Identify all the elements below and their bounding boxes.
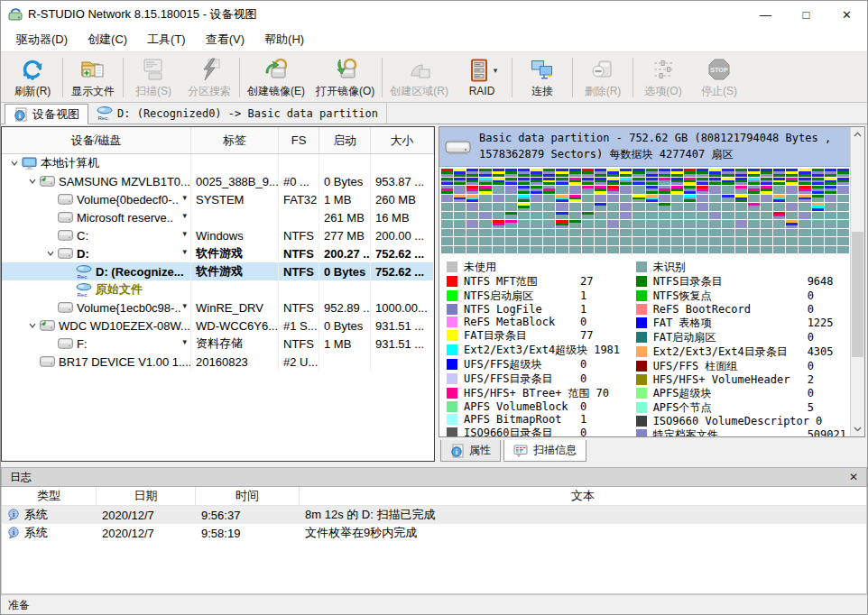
chevron-down-icon[interactable] xyxy=(43,249,58,258)
chevron-down-icon[interactable] xyxy=(7,159,22,168)
connect-button[interactable]: 连接 xyxy=(514,54,570,101)
scrollbar-up-icon[interactable] xyxy=(851,127,864,142)
map-block xyxy=(799,203,810,211)
tree-column-header-2[interactable]: FS xyxy=(279,127,319,153)
tab-scan-info[interactable]: 扫描信息 xyxy=(503,440,586,462)
map-block xyxy=(773,195,785,203)
tree-cell-start: 0 Bytes xyxy=(319,262,371,280)
tree-item-label: Volume{1ecb0c98-.. xyxy=(77,301,181,315)
log-column-label: 日期 xyxy=(134,488,158,504)
tree-column-header-3[interactable]: 启动 xyxy=(319,127,371,153)
chevron-down-icon[interactable] xyxy=(25,321,40,330)
scrollbar-track[interactable] xyxy=(851,142,864,422)
volume-dropdown-icon[interactable]: ▾ xyxy=(182,230,187,238)
tree-cell-text: 1000.00... xyxy=(375,301,428,315)
log-row[interactable]: i系统2020/12/79:58:19文件枚举在9秒内完成 xyxy=(2,524,866,542)
tree-column-header-4[interactable]: 大小 xyxy=(371,127,434,153)
log-close-button[interactable]: ✕ xyxy=(849,471,858,483)
legend-count: 0 xyxy=(580,358,586,371)
status-text: 准备 xyxy=(8,598,30,613)
delete-button[interactable]: 删除(R) xyxy=(575,54,631,101)
tree-row[interactable]: Volume{1ecb0c98-..▾WinRE_DRVNTFS952.89 .… xyxy=(2,298,434,317)
tree-column-header-1[interactable]: 标签 xyxy=(191,127,279,153)
log-column-header-1[interactable]: 日期 xyxy=(97,487,196,505)
tab-properties[interactable]: i属性 xyxy=(440,440,501,462)
legend-row: APFS BitmapRoot1 xyxy=(447,413,631,426)
map-block xyxy=(569,220,581,228)
map-block xyxy=(709,212,721,220)
tree-row[interactable]: BR17 DEVICE V1.00 1....20160823#2 U... xyxy=(2,353,434,371)
tree-row[interactable]: Rec.原始文件 xyxy=(2,280,434,298)
menu-item-3[interactable]: 查看(V) xyxy=(196,29,254,50)
scan-scrollbar[interactable] xyxy=(850,127,864,436)
tree-item-label: D: xyxy=(77,247,89,261)
tab-device-view[interactable]: i设备视图 xyxy=(5,104,88,124)
map-block xyxy=(709,220,721,228)
tree-row[interactable]: 本地计算机 xyxy=(2,154,434,172)
log-column-header-3[interactable]: 文本 xyxy=(300,487,866,505)
scrollbar-down-icon[interactable] xyxy=(851,422,864,436)
legend-row: FAT 表格项1225 xyxy=(636,316,846,330)
legend-label: NTFS目录条目 xyxy=(653,274,801,289)
map-block xyxy=(722,220,734,228)
menu-item-0[interactable]: 驱动器(D) xyxy=(6,29,78,50)
chevron-down-icon[interactable] xyxy=(25,177,40,186)
tree-row[interactable]: C:▾WindowsNTFS277 MB200.00 ... xyxy=(2,226,434,244)
volume-dropdown-icon[interactable]: ▾ xyxy=(182,194,187,202)
tree-cell-text: 1 MB xyxy=(324,337,351,351)
map-row xyxy=(441,203,850,212)
tab-partition[interactable]: Rec.D: (Recognized0) -> Basic data parti… xyxy=(88,103,387,124)
map-block xyxy=(748,229,760,237)
tree-cell-text: 0 Bytes xyxy=(324,265,365,279)
tree-row[interactable]: SAMSUNG MZVLB1T0...0025_388B_9...#0 ...0… xyxy=(2,172,434,190)
legend-count: 1 xyxy=(580,413,586,426)
tree-row[interactable]: Rec.D: (Recognize...软件游戏NTFS0 Bytes752.6… xyxy=(2,262,434,280)
map-block xyxy=(531,237,542,245)
raid-icon xyxy=(466,58,492,83)
close-button[interactable]: ✕ xyxy=(826,1,867,28)
dropdown-arrow-icon[interactable]: ▾ xyxy=(494,66,498,75)
refresh-button[interactable]: 刷新(R) xyxy=(5,54,60,101)
map-block xyxy=(735,229,747,237)
map-block xyxy=(633,178,644,186)
menu-item-4[interactable]: 帮助(H) xyxy=(254,29,314,50)
tree-row[interactable]: D:▾软件游戏NTFS200.27 ...752.62 ... xyxy=(2,244,434,262)
oimage-button[interactable]: 打开镜像(O) xyxy=(310,54,380,101)
tree-cell-label: 软件游戏 xyxy=(191,244,279,262)
toolbar-button-label: 扫描(S) xyxy=(135,84,171,99)
map-block xyxy=(582,229,594,237)
tree-column-header-0[interactable]: 设备/磁盘 xyxy=(2,127,191,153)
psearch-button[interactable]: 分区搜索 xyxy=(181,54,237,101)
showfiles-button[interactable]: 显示文件 xyxy=(65,54,121,101)
tree-row[interactable]: F:▾资料存储NTFS1 MB931.51 ... xyxy=(2,335,434,353)
minimize-button[interactable]: — xyxy=(745,1,786,28)
log-column-header-2[interactable]: 时间 xyxy=(196,487,300,505)
log-column-header-0[interactable]: 类型 xyxy=(2,487,97,505)
volume-dropdown-icon[interactable]: ▾ xyxy=(182,338,187,346)
menu-item-1[interactable]: 创建(C) xyxy=(78,29,137,50)
log-row[interactable]: i系统2020/12/79:56:378m 12s 的 D: 扫描已完成 xyxy=(2,506,866,524)
volume-dropdown-icon[interactable]: ▾ xyxy=(182,302,187,310)
volume-dropdown-icon[interactable]: ▾ xyxy=(182,248,187,256)
scrollbar-thumb[interactable] xyxy=(852,232,863,358)
tree-row[interactable]: Volume{0bedecf0-..▾SYSTEMFAT321 MB260 MB xyxy=(2,190,434,208)
tree-row[interactable]: Microsoft reserve..▾261 MB16 MB xyxy=(2,208,434,226)
cregion-button[interactable]: 创建区域(R) xyxy=(384,54,454,101)
maximize-button[interactable]: □ xyxy=(786,1,826,28)
volume-dropdown-icon[interactable]: ▾ xyxy=(182,212,187,220)
tree-row[interactable]: WDC WD10EZEX-08W...WD-WCC6Y6...#1 S...0 … xyxy=(2,317,434,335)
titlebar: R-STUDIO Network 8.15.180015 - 设备视图 — □ … xyxy=(1,1,867,28)
options-button[interactable]: 选项(O) xyxy=(635,54,691,101)
cimage-button[interactable]: 创建镜像(E) xyxy=(242,54,310,101)
raid-button[interactable]: ▾RAID xyxy=(454,54,510,101)
legend-row: ReFS BootRecord0 xyxy=(636,303,846,316)
menu-item-2[interactable]: 工具(T) xyxy=(137,29,196,50)
map-block xyxy=(595,237,606,245)
stop-button[interactable]: STOP停止(S) xyxy=(691,54,747,101)
map-block xyxy=(799,169,810,177)
map-block xyxy=(595,220,606,228)
scan-button[interactable]: 扫描(S) xyxy=(125,54,181,101)
map-block xyxy=(773,220,785,228)
tree-cell-text: 0 Bytes xyxy=(324,175,363,188)
map-block xyxy=(709,178,721,186)
